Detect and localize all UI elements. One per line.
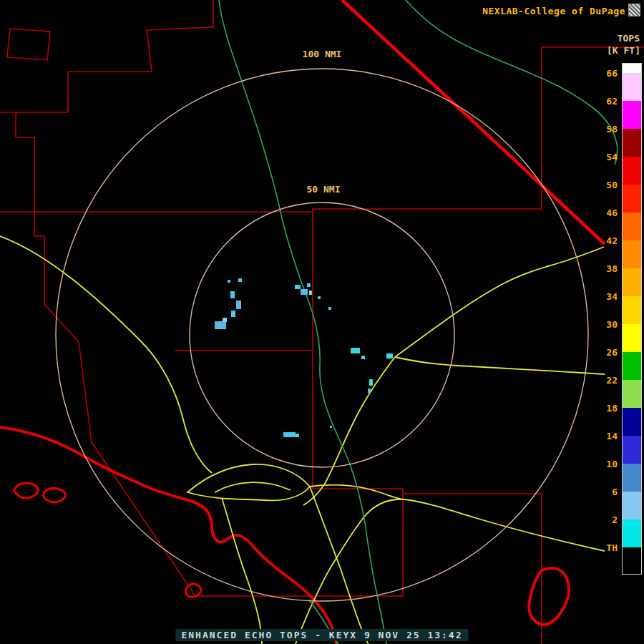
product-title: ENHANCED ECHO TOPS - KEYX 9 NOV 25 13:42 <box>175 629 468 641</box>
colorbar-tick-label: 18 <box>587 403 618 414</box>
rivers <box>219 0 618 644</box>
colorbar-tick-label: 50 <box>587 180 618 190</box>
colorbar-tick-label: 10 <box>587 459 618 469</box>
colorbar-tick-label: 30 <box>587 319 618 330</box>
range-rings <box>56 69 588 601</box>
highways <box>0 236 605 644</box>
colorbar-tick-label: 6 <box>587 487 618 497</box>
colorbar-segment: 30 <box>623 296 641 324</box>
county-boundaries <box>0 0 644 644</box>
colorbar-segment: 22 <box>623 352 641 380</box>
colorbar-segment: 54 <box>623 129 641 157</box>
colorbar-segment: 10 <box>623 436 641 464</box>
colorbar-tick-label: 14 <box>587 431 618 441</box>
colorbar-segment: 26 <box>623 324 641 352</box>
colorbar-tick-label: TH <box>587 542 618 553</box>
range-ring-50nmi <box>190 203 454 467</box>
range-ring-50nmi-label: 50 NMI <box>307 184 341 195</box>
colorbar-segment: 66 <box>623 64 641 73</box>
colorbar-segment: TH <box>623 519 641 547</box>
cod-logo-icon <box>628 4 640 16</box>
colorbar-segment: 50 <box>623 157 641 185</box>
colorbar-segment: 46 <box>623 185 641 213</box>
colorbar-segment: 62 <box>623 73 641 101</box>
colorbar-segment: 18 <box>623 380 641 408</box>
colorbar-tick-label: 54 <box>587 152 618 162</box>
colorbar-segment: 14 <box>623 408 641 436</box>
colorbar-segment: 58 <box>623 101 641 129</box>
source-attribution: NEXLAB-College of DuPage <box>482 6 625 16</box>
radar-map <box>0 0 644 644</box>
colorbar-tick-label: 2 <box>587 514 618 525</box>
colorbar-segment: 6 <box>623 464 641 492</box>
colorbar-tick-label: 66 <box>587 68 618 79</box>
colorbar-tick-label: 58 <box>587 124 618 135</box>
thick-red-routes <box>0 427 569 644</box>
colorbar-tick-label: 26 <box>587 347 618 358</box>
colorbar-tick-label: 42 <box>587 235 618 246</box>
colorbar-segment <box>623 547 641 574</box>
range-ring-100nmi-label: 100 NMI <box>303 49 342 59</box>
colorbar-tick-label: 46 <box>587 208 618 218</box>
legend-units: [K FT] <box>607 45 640 56</box>
colorbar-segment: 38 <box>623 240 641 268</box>
legend-title: TOPS <box>618 33 640 44</box>
colorbar-segment: 2 <box>623 492 641 519</box>
colorbar-segment: 34 <box>623 268 641 296</box>
colorbar-tick-label: 62 <box>587 96 618 107</box>
colorbar-tick-label: 34 <box>587 291 618 302</box>
colorbar-tick-label: 22 <box>587 375 618 386</box>
radar-echoes <box>215 278 393 437</box>
state-boundary-line <box>342 0 605 244</box>
radar-display: 100 NMI 50 NMI NEXLAB-College of DuPage … <box>0 0 644 644</box>
colorbar-segment: 42 <box>623 213 641 240</box>
colorbar-tick-label: 38 <box>587 263 618 274</box>
range-ring-100nmi <box>56 69 588 601</box>
colorbar: 66625854504642383430262218141062TH <box>622 63 642 575</box>
